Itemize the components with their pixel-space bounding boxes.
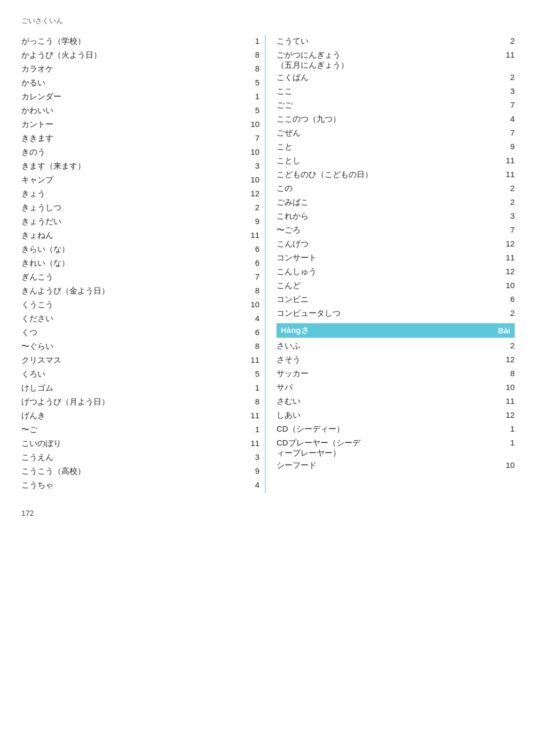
- entry-text: きんようび（金よう日）: [21, 286, 243, 296]
- entry-text: サパ: [277, 383, 499, 393]
- entry-text: きらい（な）: [21, 244, 243, 254]
- list-item: コンビニ6: [277, 293, 515, 307]
- entry-number: 11: [243, 439, 259, 448]
- entry-text: こと: [277, 142, 499, 152]
- list-item: こんしゅう12: [277, 266, 515, 280]
- entry-number: 5: [243, 78, 259, 87]
- entry-number: 1: [499, 424, 515, 433]
- list-item: ごご7: [277, 99, 515, 113]
- list-item: げつようび（月よう日）8: [21, 396, 259, 410]
- list-item: コンピュータしつ2: [277, 307, 515, 321]
- list-item: 〜ご1: [21, 424, 259, 437]
- list-item: こうえん3: [21, 451, 259, 465]
- entry-number: 7: [499, 225, 515, 234]
- entry-number: 2: [499, 308, 515, 317]
- entry-number: 6: [243, 258, 259, 267]
- entry-text: キャンプ: [21, 175, 243, 185]
- entry-text: げつようび（月よう日）: [21, 397, 243, 407]
- list-item: この2: [277, 182, 515, 196]
- entry-number: 11: [499, 396, 515, 405]
- entry-text: かるい: [21, 78, 243, 88]
- list-item: かわいい5: [21, 105, 259, 118]
- entry-number: 4: [243, 314, 259, 323]
- entry-text: 〜ぐらい: [21, 341, 243, 352]
- entry-text: シーフード: [277, 460, 499, 471]
- entry-number: 6: [243, 244, 259, 253]
- entry-number: 7: [243, 272, 259, 281]
- entry-text: カラオケ: [21, 64, 243, 74]
- entry-text: かわいい: [21, 106, 243, 116]
- list-item: こいのぼり11: [21, 437, 259, 451]
- list-item: こんど10: [277, 280, 515, 293]
- entry-number: 1: [243, 36, 259, 45]
- list-item: きょうだい9: [21, 216, 259, 229]
- entry-number: 10: [243, 300, 259, 309]
- entry-text: こんど: [277, 281, 499, 291]
- page-header: ごいさくいん: [21, 16, 515, 26]
- list-item: こどものひ（こどもの日）11: [277, 169, 515, 182]
- list-item: がっこう（学校）1: [21, 35, 259, 49]
- entry-number: 1: [499, 438, 515, 447]
- list-item: こと9: [277, 141, 515, 155]
- list-item: こうてい2: [277, 35, 515, 49]
- entry-text: ごがつにんぎょう （五月にんぎょう）: [277, 50, 499, 70]
- entry-text: ききます: [21, 133, 243, 144]
- list-item: ごぜん7: [277, 127, 515, 141]
- entry-text: げんき: [21, 411, 243, 421]
- entry-number: 10: [243, 175, 259, 184]
- entry-text: こうこう（高校）: [21, 466, 243, 476]
- entry-text: きょうだい: [21, 217, 243, 227]
- entry-text: こどものひ（こどもの日）: [277, 170, 499, 180]
- entry-number: 2: [243, 203, 259, 212]
- list-item: カントー10: [21, 118, 259, 132]
- entry-text: きのう: [21, 147, 243, 157]
- entry-number: 8: [243, 341, 259, 351]
- left-column: がっこう（学校）1かようび（火よう日）8カラオケ8かるい5カレンダー1かわいい5…: [21, 35, 265, 493]
- entry-text: ぎんこう: [21, 272, 243, 282]
- entry-text: こうえん: [21, 452, 243, 463]
- list-item: こうこう（高校）9: [21, 465, 259, 479]
- entry-number: 1: [243, 425, 259, 434]
- entry-number: 7: [243, 133, 259, 142]
- entry-number: 7: [499, 128, 515, 137]
- list-item: けしゴム1: [21, 382, 259, 396]
- entry-text: ことし: [277, 156, 499, 166]
- entry-number: 11: [243, 230, 259, 240]
- entry-number: 6: [243, 328, 259, 337]
- entry-text: コンピュータしつ: [277, 308, 499, 319]
- list-item: きれい（な）6: [21, 257, 259, 271]
- list-item: カラオケ8: [21, 63, 259, 77]
- entry-number: 9: [243, 217, 259, 226]
- entry-number: 12: [499, 239, 515, 248]
- entry-text: くうこう: [21, 300, 243, 310]
- entry-number: 11: [499, 50, 515, 59]
- list-item: シーフード10: [277, 459, 515, 473]
- entry-number: 11: [499, 253, 515, 262]
- entry-number: 3: [499, 211, 515, 220]
- list-item: 〜ごろ7: [277, 224, 515, 238]
- entry-number: 2: [499, 341, 515, 350]
- entry-text: きょう: [21, 189, 243, 199]
- entry-text: さいふ: [277, 341, 499, 351]
- entry-number: 10: [499, 383, 515, 392]
- entry-number: 5: [243, 369, 259, 378]
- entry-text: きょうしつ: [21, 203, 243, 213]
- list-item: ごみばこ2: [277, 196, 515, 210]
- entry-number: 3: [243, 452, 259, 461]
- list-item: きます（来ます）3: [21, 160, 259, 174]
- entry-text: くつ: [21, 328, 243, 338]
- entry-number: 7: [499, 100, 515, 109]
- entry-text: サッカー: [277, 369, 499, 379]
- entry-text: コンビニ: [277, 295, 499, 305]
- entry-number: 12: [243, 189, 259, 198]
- entry-text: しあい: [277, 410, 499, 420]
- entry-number: 12: [499, 410, 515, 419]
- entry-text: こくばん: [277, 73, 499, 83]
- entry-number: 10: [499, 281, 515, 290]
- entry-number: 9: [243, 466, 259, 475]
- entry-text: きます（来ます）: [21, 161, 243, 171]
- entry-number: 8: [243, 286, 259, 295]
- list-item: こくばん2: [277, 71, 515, 85]
- entry-text: CDプレーヤー（シーデ ィープレーヤー）: [277, 438, 499, 458]
- list-item: サパ10: [277, 381, 515, 395]
